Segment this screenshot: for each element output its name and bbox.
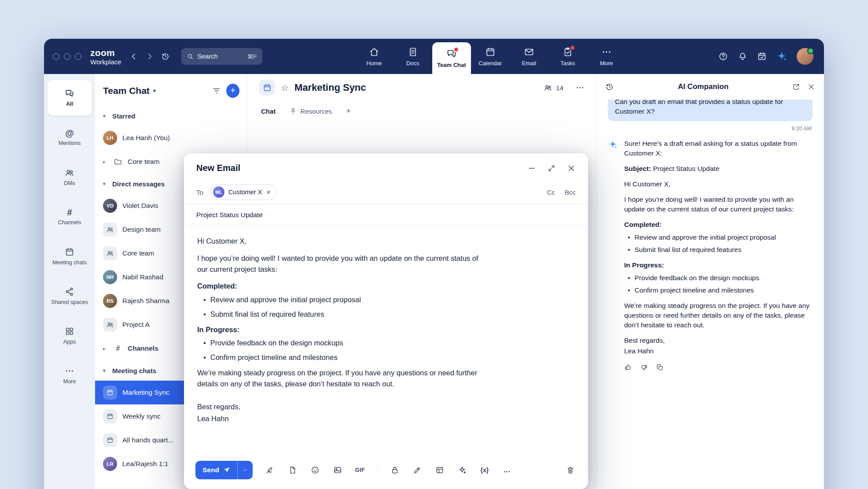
- chat-item-lea-hanh[interactable]: LH Lea Hanh (You): [95, 126, 247, 150]
- nav-docs[interactable]: Docs: [394, 39, 432, 74]
- to-label: To: [196, 189, 203, 196]
- edit-button[interactable]: [412, 465, 423, 475]
- rail-mentions[interactable]: @ Mentions: [48, 120, 92, 155]
- notifications-button[interactable]: [738, 52, 747, 61]
- nav-email[interactable]: Email: [510, 39, 548, 74]
- copy-button[interactable]: [656, 363, 664, 371]
- rail-more[interactable]: More: [48, 358, 92, 393]
- expand-button[interactable]: [548, 164, 555, 172]
- rail-all[interactable]: All: [48, 80, 92, 115]
- bell-icon: [738, 52, 747, 61]
- nav-home[interactable]: Home: [355, 39, 394, 74]
- primary-nav: Home Docs Team Chat Calendar Email: [355, 39, 626, 74]
- cc-button[interactable]: Cc: [547, 189, 555, 196]
- meeting-chat-icon: [103, 409, 117, 423]
- nav-calendar[interactable]: Calendar: [471, 39, 510, 74]
- send-options-button[interactable]: [237, 461, 253, 479]
- rail-channels[interactable]: # Channels: [48, 199, 92, 234]
- zoom-workplace-window: zoom Workplace Search ⌘F Home: [44, 39, 824, 489]
- profile-avatar[interactable]: [797, 48, 813, 65]
- back-button[interactable]: [129, 52, 138, 61]
- compose-toolbar: Send GIF {x} …: [184, 456, 588, 489]
- signature-button[interactable]: [265, 465, 276, 475]
- ellipsis-icon: [576, 83, 585, 92]
- thumbs-up-button[interactable]: [624, 363, 632, 371]
- forward-button[interactable]: [145, 52, 154, 61]
- add-tab-button[interactable]: +: [346, 106, 351, 116]
- zoom-window-button[interactable]: [75, 53, 81, 60]
- more-options-button[interactable]: [576, 83, 585, 92]
- rail-dms[interactable]: DMs: [48, 159, 92, 195]
- subject-field[interactable]: Project Status Update: [184, 204, 588, 226]
- calendar-today-button[interactable]: [757, 52, 767, 61]
- remove-recipient-icon[interactable]: ✕: [266, 189, 271, 195]
- emoji-icon: [311, 466, 320, 474]
- tab-resources[interactable]: Resources: [290, 107, 332, 115]
- close-button[interactable]: [567, 164, 576, 173]
- timestamp: 9:20 AM: [609, 126, 812, 132]
- help-button[interactable]: [718, 52, 728, 61]
- search-placeholder: Search: [198, 53, 218, 60]
- to-field[interactable]: To ML Customer X ✕ Cc Bcc: [184, 180, 588, 204]
- share-icon: [65, 287, 74, 296]
- tab-chat[interactable]: Chat: [261, 107, 276, 115]
- bcc-button[interactable]: Bcc: [565, 189, 576, 196]
- docs-icon: [408, 47, 418, 57]
- minimize-button[interactable]: [527, 164, 536, 173]
- ai-assist-button[interactable]: [457, 465, 467, 475]
- nav-tasks[interactable]: Tasks: [548, 39, 587, 74]
- online-status-dot: [807, 48, 814, 54]
- window-controls[interactable]: [53, 53, 81, 60]
- chevron-down-icon: ▾: [103, 113, 108, 119]
- filter-icon: [212, 86, 221, 95]
- ai-response: Sure! Here’s a draft email asking for a …: [608, 139, 813, 362]
- discard-draft-button[interactable]: [565, 465, 576, 475]
- nav-more[interactable]: More: [587, 39, 626, 74]
- ai-sparkle-icon: [608, 139, 618, 362]
- ai-subject-line: Subject: Project Status Update: [624, 164, 813, 174]
- nav-team-chat[interactable]: Team Chat: [432, 42, 471, 74]
- rail-apps[interactable]: Apps: [48, 318, 92, 353]
- modal-title: New Email: [196, 163, 527, 173]
- rail-shared-spaces[interactable]: Shared spaces: [48, 278, 92, 314]
- notification-dot: [570, 45, 575, 51]
- emoji-button[interactable]: [310, 465, 320, 475]
- ai-inprogress-list: Provide feedback on the design mockups C…: [624, 273, 813, 295]
- at-icon: @: [65, 129, 74, 137]
- recipient-chip[interactable]: ML Customer X ✕: [210, 184, 276, 200]
- sidebar-title-dropdown[interactable]: Team Chat ▾: [103, 85, 156, 96]
- apps-icon: [65, 326, 74, 336]
- page-title: Marketing Sync: [294, 82, 366, 93]
- variables-button[interactable]: {x}: [479, 465, 490, 475]
- history-button[interactable]: [161, 52, 170, 61]
- user-message-bubble: Can you draft an email that provides a s…: [608, 100, 813, 121]
- new-chat-button[interactable]: +: [226, 84, 239, 98]
- gif-button[interactable]: GIF: [355, 465, 365, 475]
- email-body-editor[interactable]: Hi Customer X, I hope you’re doing well!…: [184, 226, 501, 456]
- thumbs-down-button[interactable]: [640, 363, 648, 371]
- filter-button[interactable]: [212, 86, 221, 95]
- encrypt-button[interactable]: [390, 465, 400, 475]
- section-starred[interactable]: ▾ Starred: [95, 106, 247, 126]
- attach-file-button[interactable]: [287, 465, 298, 475]
- minimize-window-button[interactable]: [64, 53, 70, 60]
- template-button[interactable]: [434, 465, 445, 475]
- more-icon: [601, 47, 612, 57]
- send-button[interactable]: Send: [195, 461, 237, 479]
- open-in-window-button[interactable]: [792, 83, 800, 91]
- close-window-button[interactable]: [53, 53, 59, 60]
- ai-companion-button[interactable]: [776, 51, 787, 62]
- zoom-workplace-logo: zoom Workplace: [90, 48, 121, 65]
- hash-icon: #: [114, 345, 122, 352]
- insert-image-button[interactable]: [332, 465, 343, 475]
- rail-meeting-chats[interactable]: Meeting chats: [48, 239, 92, 274]
- star-icon[interactable]: ☆: [281, 83, 289, 92]
- ai-conversation[interactable]: Can you draft an email that provides a s…: [596, 100, 824, 489]
- calendar-icon: [485, 47, 496, 57]
- ai-history-button[interactable]: [605, 82, 614, 91]
- search-icon: [187, 53, 194, 60]
- more-tools-button[interactable]: …: [502, 465, 512, 475]
- close-panel-button[interactable]: [807, 83, 815, 91]
- search-input[interactable]: Search ⌘F: [181, 48, 262, 65]
- members-button[interactable]: 14: [544, 83, 563, 92]
